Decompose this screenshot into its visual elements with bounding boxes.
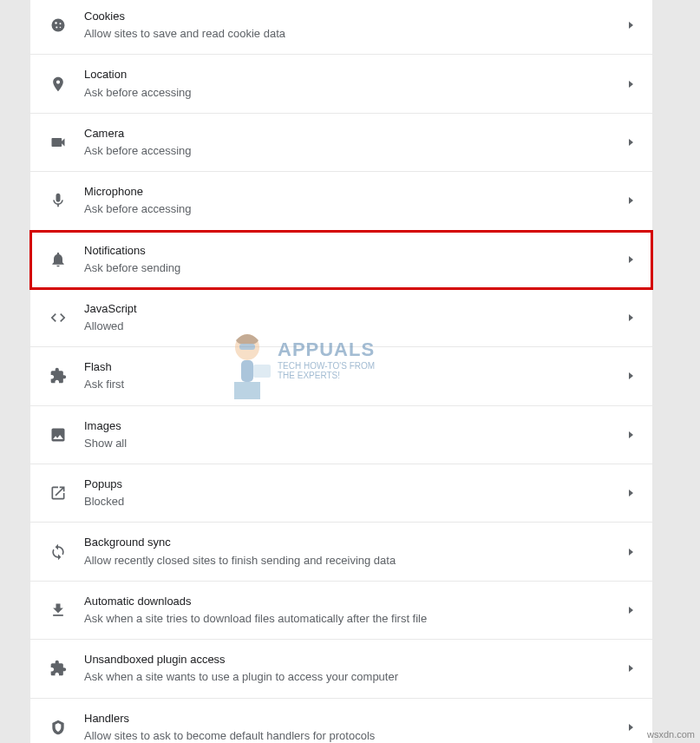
code-icon [49, 309, 67, 326]
setting-row-handlers[interactable]: HandlersAllow sites to ask to become def… [30, 699, 652, 744]
chevron-right-icon [629, 665, 633, 672]
setting-row-camera[interactable]: CameraAsk before accessing [30, 114, 652, 172]
chevron-right-icon [629, 431, 633, 438]
setting-subtitle: Ask before accessing [84, 201, 620, 217]
microphone-icon [49, 192, 67, 209]
setting-text: MicrophoneAsk before accessing [84, 184, 620, 217]
setting-title: Background sync [84, 535, 620, 550]
setting-title: Location [84, 67, 620, 82]
setting-title: Unsandboxed plugin access [84, 652, 620, 667]
setting-row-background-sync[interactable]: Background syncAllow recently closed sit… [30, 523, 652, 581]
setting-subtitle: Ask before sending [84, 260, 620, 276]
setting-subtitle: Ask when a site wants to use a plugin to… [84, 669, 620, 685]
setting-text: HandlersAllow sites to ask to become def… [84, 711, 620, 744]
setting-title: Flash [84, 359, 620, 375]
setting-row-notifications[interactable]: NotificationsAsk before sending [30, 231, 652, 289]
setting-subtitle: Allow sites to save and read cookie data [84, 26, 620, 42]
setting-text: FlashAsk first [84, 359, 620, 392]
setting-text: JavaScriptAllowed [84, 301, 620, 334]
setting-subtitle: Blocked [84, 494, 620, 510]
setting-title: Notifications [84, 243, 620, 259]
attribution-text: wsxdn.com [647, 729, 695, 740]
setting-text: Background syncAllow recently closed sit… [84, 535, 620, 568]
setting-row-flash[interactable]: FlashAsk first [30, 347, 652, 405]
chevron-right-icon [629, 22, 633, 29]
chevron-right-icon [629, 490, 633, 496]
chevron-right-icon [629, 139, 633, 146]
setting-subtitle: Allow sites to ask to become default han… [84, 728, 620, 743]
chevron-right-icon [629, 81, 633, 88]
setting-subtitle: Ask first [84, 377, 620, 392]
setting-row-cookies[interactable]: CookiesAllow sites to save and read cook… [30, 0, 652, 55]
setting-text: PopupsBlocked [84, 477, 620, 510]
setting-row-unsandboxed-plugin-access[interactable]: Unsandboxed plugin accessAsk when a site… [30, 640, 652, 698]
extension-icon [49, 367, 67, 385]
setting-title: Images [84, 418, 620, 434]
chevron-right-icon [629, 197, 633, 204]
setting-text: Automatic downloadsAsk when a site tries… [84, 594, 620, 627]
download-icon [49, 602, 67, 619]
setting-subtitle: Ask when a site tries to download files … [84, 611, 620, 627]
setting-title: Handlers [84, 711, 620, 727]
setting-row-javascript[interactable]: JavaScriptAllowed [30, 289, 652, 347]
camera-icon [49, 134, 67, 151]
chevron-right-icon [629, 256, 633, 263]
bell-icon [49, 251, 67, 268]
setting-subtitle: Ask before accessing [84, 85, 620, 101]
setting-title: Cookies [84, 9, 620, 24]
content-settings-panel: CookiesAllow sites to save and read cook… [30, 0, 652, 743]
setting-row-microphone[interactable]: MicrophoneAsk before accessing [30, 172, 652, 230]
cookie-icon [49, 16, 67, 34]
setting-text: Unsandboxed plugin accessAsk when a site… [84, 652, 620, 685]
setting-title: Automatic downloads [84, 594, 620, 609]
setting-text: NotificationsAsk before sending [84, 243, 620, 276]
setting-row-automatic-downloads[interactable]: Automatic downloadsAsk when a site tries… [30, 582, 652, 640]
location-icon [49, 76, 67, 93]
setting-subtitle: Show all [84, 436, 620, 451]
setting-text: LocationAsk before accessing [84, 67, 620, 100]
sync-icon [49, 543, 67, 561]
setting-title: Microphone [84, 184, 620, 200]
image-icon [49, 426, 67, 444]
extension-icon [49, 660, 67, 677]
setting-subtitle: Allowed [84, 319, 620, 334]
setting-subtitle: Allow recently closed sites to finish se… [84, 553, 620, 569]
handlers-icon [49, 719, 67, 736]
chevron-right-icon [629, 372, 633, 379]
setting-title: Camera [84, 126, 620, 141]
setting-row-images[interactable]: ImagesShow all [30, 406, 652, 464]
setting-subtitle: Ask before accessing [84, 143, 620, 159]
setting-text: CookiesAllow sites to save and read cook… [84, 9, 620, 42]
setting-title: JavaScript [84, 301, 620, 317]
chevron-right-icon [629, 314, 633, 321]
chevron-right-icon [629, 549, 633, 556]
setting-row-location[interactable]: LocationAsk before accessing [30, 55, 652, 113]
chevron-right-icon [629, 724, 633, 731]
setting-title: Popups [84, 477, 620, 492]
setting-text: CameraAsk before accessing [84, 126, 620, 159]
chevron-right-icon [629, 607, 633, 614]
popup-icon [49, 484, 67, 502]
setting-text: ImagesShow all [84, 418, 620, 451]
setting-row-popups[interactable]: PopupsBlocked [30, 464, 652, 523]
